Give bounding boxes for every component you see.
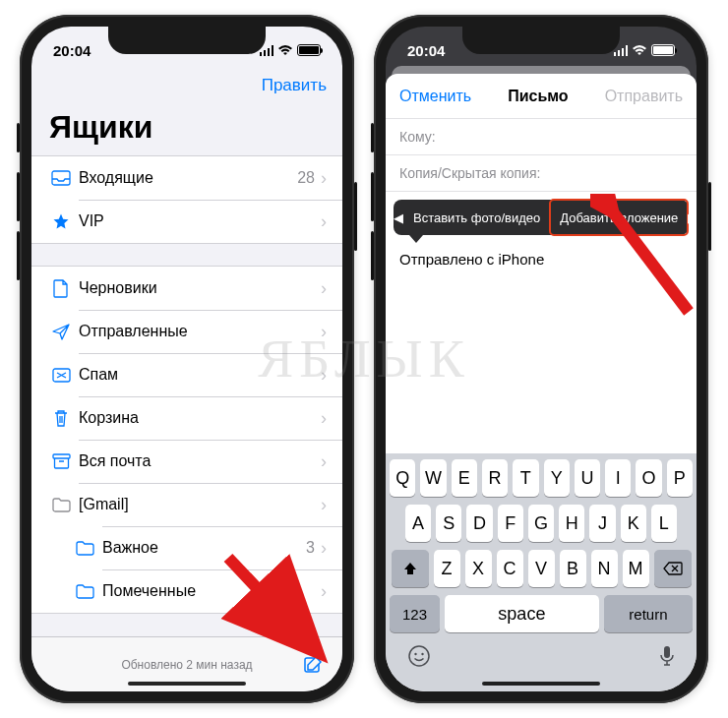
chevron-icon: › bbox=[321, 451, 327, 472]
phone-right: 20:04 Отменить Письмо Отправить Кому: Ко… bbox=[374, 15, 708, 703]
callout-next-button[interactable]: ▶ bbox=[688, 210, 697, 225]
power-button bbox=[354, 182, 357, 251]
shift-key[interactable] bbox=[392, 550, 429, 587]
edit-button[interactable]: Править bbox=[262, 76, 327, 95]
page-title: Ящики bbox=[31, 105, 342, 155]
trash-row[interactable]: Корзина › bbox=[31, 396, 342, 440]
notch bbox=[462, 27, 620, 54]
key-i[interactable]: I bbox=[605, 459, 631, 497]
volume-up bbox=[17, 172, 20, 221]
cc-bcc-field[interactable]: Копия/Скрытая копия: bbox=[386, 155, 697, 192]
callout-prev-button[interactable]: ◀ bbox=[394, 210, 403, 225]
insert-photo-video-option[interactable]: Вставить фото/видео bbox=[403, 200, 550, 235]
key-v[interactable]: V bbox=[528, 550, 555, 587]
key-o[interactable]: O bbox=[636, 459, 661, 497]
key-k[interactable]: K bbox=[621, 505, 646, 542]
key-y[interactable]: Y bbox=[544, 459, 570, 497]
spam-row[interactable]: Спам › bbox=[31, 353, 342, 396]
compose-button[interactable] bbox=[303, 654, 325, 676]
sync-status: Обновлено 2 мин назад bbox=[121, 658, 252, 672]
drafts-label: Черновики bbox=[75, 279, 321, 297]
cancel-button[interactable]: Отменить bbox=[399, 88, 471, 105]
document-icon bbox=[47, 279, 75, 298]
compose-sheet: Отменить Письмо Отправить Кому: Копия/Ск… bbox=[386, 74, 697, 691]
compose-title: Письмо bbox=[508, 88, 568, 105]
chevron-icon: › bbox=[321, 168, 327, 189]
signature-text: Отправлено с iPhone bbox=[399, 251, 544, 268]
key-q[interactable]: Q bbox=[390, 459, 415, 497]
key-l[interactable]: L bbox=[651, 505, 677, 542]
vip-row[interactable]: VIP › bbox=[31, 200, 342, 243]
archivebox-icon bbox=[47, 453, 75, 469]
key-x[interactable]: X bbox=[465, 550, 492, 587]
folder-icon bbox=[47, 498, 75, 512]
trash-icon bbox=[47, 409, 75, 428]
key-z[interactable]: Z bbox=[434, 550, 460, 587]
key-u[interactable]: U bbox=[575, 459, 600, 497]
svg-point-5 bbox=[409, 646, 429, 666]
key-r[interactable]: R bbox=[482, 459, 508, 497]
dictation-key[interactable] bbox=[659, 644, 675, 668]
edit-menu-callout: ◀ Вставить фото/видео Добавить вложение … bbox=[394, 200, 689, 235]
key-e[interactable]: E bbox=[452, 459, 477, 497]
key-j[interactable]: J bbox=[589, 505, 615, 542]
allmail-row[interactable]: Вся почта › bbox=[31, 440, 342, 483]
drafts-row[interactable]: Черновики › bbox=[31, 267, 342, 310]
inbox-row[interactable]: Входящие 28 › bbox=[31, 156, 342, 200]
battery-icon bbox=[297, 44, 321, 56]
backspace-key[interactable] bbox=[654, 550, 692, 587]
key-a[interactable]: A bbox=[405, 505, 431, 542]
clock: 20:04 bbox=[53, 42, 91, 59]
key-c[interactable]: C bbox=[497, 550, 523, 587]
inbox-icon bbox=[47, 170, 75, 186]
keyboard: QWERTYUIOP ASDFGHJKL ZXCVBNM 123 space r… bbox=[386, 453, 697, 691]
gmail-folder-row[interactable]: [Gmail] › bbox=[31, 483, 342, 526]
home-indicator[interactable] bbox=[482, 682, 600, 686]
sent-label: Отправленные bbox=[75, 323, 321, 340]
mute-switch bbox=[17, 123, 20, 152]
add-attachment-option[interactable]: Добавить вложение bbox=[550, 200, 688, 235]
keyboard-row-1: QWERTYUIOP bbox=[390, 459, 693, 497]
volume-down bbox=[371, 231, 374, 280]
important-row[interactable]: Важное 3 › bbox=[31, 526, 342, 569]
key-b[interactable]: B bbox=[560, 550, 586, 587]
key-h[interactable]: H bbox=[559, 505, 584, 542]
callout-pointer bbox=[409, 235, 423, 243]
wifi-icon bbox=[632, 44, 647, 56]
vip-label: VIP bbox=[75, 212, 321, 230]
space-key[interactable]: space bbox=[445, 595, 599, 632]
key-d[interactable]: D bbox=[466, 505, 492, 542]
key-s[interactable]: S bbox=[436, 505, 461, 542]
key-g[interactable]: G bbox=[528, 505, 554, 542]
starred-row[interactable]: Помеченные › bbox=[31, 569, 342, 613]
key-m[interactable]: M bbox=[623, 550, 649, 587]
starred-label: Помеченные bbox=[98, 582, 321, 600]
gmail-label: [Gmail] bbox=[75, 496, 321, 513]
to-field[interactable]: Кому: bbox=[386, 119, 697, 155]
return-key[interactable]: return bbox=[604, 595, 693, 632]
chevron-icon: › bbox=[321, 211, 327, 232]
chevron-icon: › bbox=[321, 408, 327, 429]
numbers-key[interactable]: 123 bbox=[390, 595, 440, 632]
home-indicator[interactable] bbox=[128, 682, 246, 686]
key-w[interactable]: W bbox=[420, 459, 446, 497]
sent-row[interactable]: Отправленные › bbox=[31, 310, 342, 353]
emoji-key[interactable] bbox=[407, 644, 431, 668]
paperplane-icon bbox=[47, 323, 75, 341]
navbar: Править bbox=[31, 66, 342, 105]
notch bbox=[108, 27, 266, 54]
key-t[interactable]: T bbox=[513, 459, 538, 497]
mailbox-group-main: Входящие 28 › VIP › bbox=[31, 155, 342, 244]
chevron-icon: › bbox=[321, 581, 327, 602]
key-f[interactable]: F bbox=[498, 505, 523, 542]
send-button[interactable]: Отправить bbox=[605, 88, 683, 105]
important-count: 3 bbox=[306, 539, 315, 557]
cc-label: Копия/Скрытая копия: bbox=[399, 165, 540, 181]
trash-label: Корзина bbox=[75, 409, 321, 427]
keyboard-row-3: ZXCVBNM bbox=[390, 550, 693, 587]
star-icon bbox=[47, 212, 75, 230]
mute-switch bbox=[371, 123, 374, 152]
key-p[interactable]: P bbox=[667, 459, 693, 497]
keyboard-row-4: 123 space return bbox=[390, 595, 693, 632]
key-n[interactable]: N bbox=[591, 550, 618, 587]
